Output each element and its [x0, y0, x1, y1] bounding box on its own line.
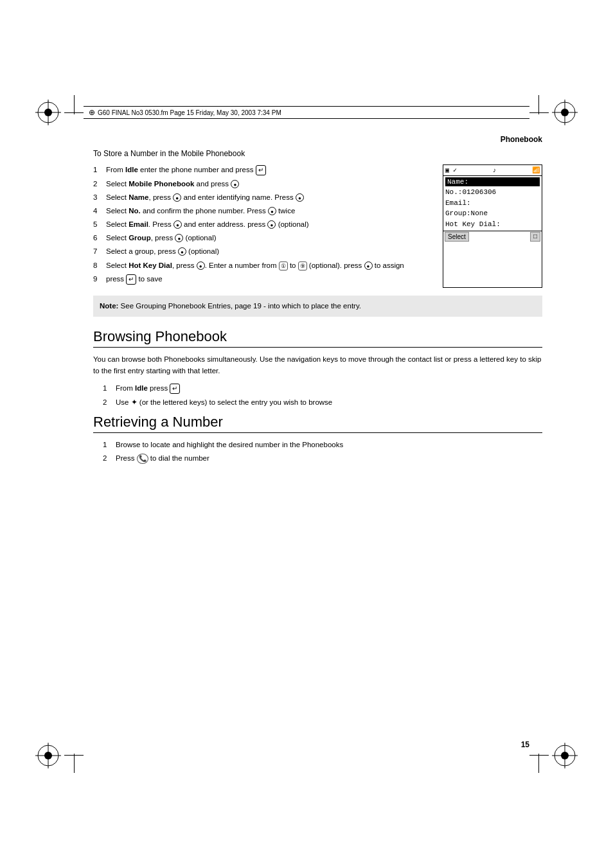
crop-mark [529, 112, 549, 113]
browsing-body: You can browse both Phonebooks simultane… [93, 354, 542, 376]
screen-email-line: Email: [445, 198, 540, 209]
subsection-title: To Store a Number in the Mobile Phoneboo… [93, 149, 542, 158]
step-2: 2 Select Mobile Phonebook and press ● [93, 179, 430, 189]
crop-mark [538, 754, 539, 773]
crosshair-icon: ⊕ [89, 108, 95, 117]
screen-icons: ▣ ✓ [445, 166, 457, 174]
step-7: 7 Select a group, press ● (optional) [93, 246, 430, 256]
retrieving-step-2: 2 Press 📞 to dial the number [103, 453, 542, 464]
screen-signal-icon: 📶 [532, 166, 540, 174]
page: ⊕ G60 FINAL No3 0530.fm Page 15 Friday, … [0, 0, 613, 868]
reg-mark-tl [35, 100, 61, 125]
crop-mark [529, 755, 549, 756]
retrieving-section: Retrieving a Number 1 Browse to locate a… [93, 414, 542, 464]
note-box: Note: See Grouping Phonebook Entries, pa… [93, 296, 542, 317]
section-header: Phonebook [93, 135, 542, 144]
file-info-bar: ⊕ G60 FINAL No3 0530.fm Page 15 Friday, … [84, 106, 529, 119]
browsing-steps: 1 From Idle press ↵ 2 Use ✦ (or the lett… [103, 383, 542, 407]
retrieving-steps: 1 Browse to locate and highlight the des… [103, 439, 542, 464]
reg-mark-tr [552, 100, 578, 125]
screen-hotkey-line: Hot Key Dial: [445, 219, 540, 230]
steps-list: 1 From Idle enter the phone number and p… [93, 164, 430, 288]
step-6: 6 Select Group, press ● (optional) [93, 233, 430, 243]
retrieving-heading: Retrieving a Number [93, 414, 542, 433]
note-text: See Grouping Phonebook Entries, page 19 … [121, 302, 361, 310]
browsing-section: Browsing Phonebook You can browse both P… [93, 328, 542, 407]
screen-no-line: No.:01206306 [445, 187, 540, 198]
step-9: 9 press ↵ to save [93, 274, 430, 285]
phone-screen: ▣ ✓ ♪ 📶 Name: No.:01206306 Email: Gr [443, 164, 542, 288]
step-4: 4 Select No. and confirm the phone numbe… [93, 206, 430, 216]
steps-and-screen: 1 From Idle enter the phone number and p… [93, 164, 542, 288]
crop-mark [74, 754, 75, 773]
reg-mark-br [552, 743, 578, 768]
screen-group-line: Group:None [445, 208, 540, 219]
retrieving-step-1: 1 Browse to locate and highlight the des… [103, 439, 542, 450]
file-info-text: G60 FINAL No3 0530.fm Page 15 Friday, Ma… [98, 109, 281, 116]
phone-screen-top-bar: ▣ ✓ ♪ 📶 [443, 165, 542, 176]
main-content: Phonebook To Store a Number in the Mobil… [93, 135, 542, 740]
note-label: Note: [100, 302, 118, 310]
screen-select-button: Select [445, 232, 469, 242]
phone-screen-bottom-bar: Select □ [443, 231, 542, 242]
screen-right-button: □ [530, 232, 540, 242]
crop-mark [74, 95, 75, 114]
step-5: 5 Select Email. Press ● and enter addres… [93, 219, 430, 229]
browsing-step-1: 1 From Idle press ↵ [103, 383, 542, 394]
crop-mark [538, 95, 539, 114]
browsing-heading: Browsing Phonebook [93, 328, 542, 348]
screen-note-icon: ♪ [493, 167, 497, 174]
page-number: 15 [521, 740, 529, 749]
reg-mark-bl [35, 743, 61, 768]
step-1: 1 From Idle enter the phone number and p… [93, 164, 430, 175]
phone-screen-body: Name: No.:01206306 Email: Group:None Hot… [443, 176, 542, 231]
step-3: 3 Select Name, press ● and enter identif… [93, 192, 430, 202]
step-8: 8 Select Hot Key Dial, press ●. Enter a … [93, 260, 430, 271]
browsing-step-2: 2 Use ✦ (or the lettered keys) to select… [103, 397, 542, 407]
screen-name-row: Name: [445, 177, 540, 186]
